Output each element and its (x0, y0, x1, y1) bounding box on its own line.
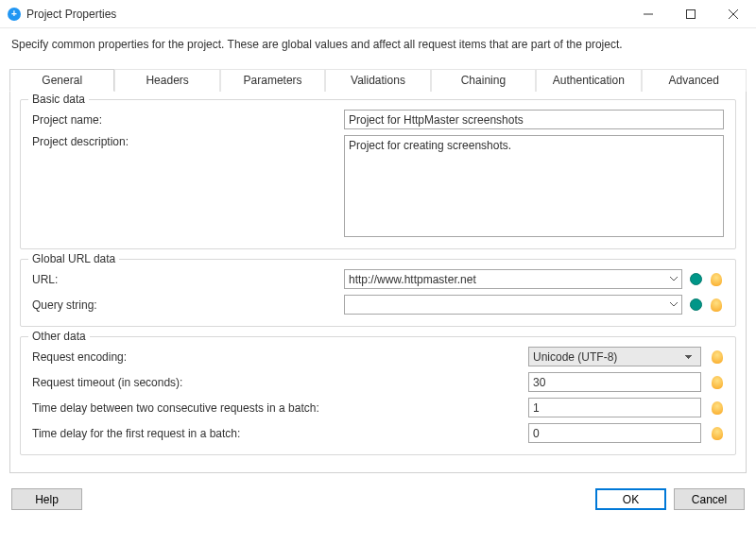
legend-other-data: Other data (28, 330, 90, 343)
label-project-description: Project description: (32, 135, 344, 148)
label-request-timeout: Request timeout (in seconds): (32, 376, 528, 389)
query-string-input[interactable] (344, 295, 682, 315)
tab-general[interactable]: General (9, 69, 114, 92)
fieldset-other-data: Other data Request encoding: Unicode (UT… (20, 336, 736, 455)
bulb-icon (712, 350, 723, 364)
first-delay-hint-button[interactable] (711, 426, 724, 441)
app-icon: + (8, 8, 21, 21)
tab-parameters[interactable]: Parameters (220, 69, 325, 92)
maximize-button[interactable] (669, 0, 712, 28)
tabs: General Headers Parameters Validations C… (9, 69, 747, 92)
url-manage-button[interactable] (688, 272, 703, 287)
batch-delay-input[interactable] (528, 398, 701, 417)
url-hint-button[interactable] (709, 272, 724, 287)
bulb-icon (712, 427, 723, 440)
dialog-buttons: Help OK Cancel (0, 483, 756, 519)
tab-chaining[interactable]: Chaining (431, 69, 536, 92)
tab-authentication[interactable]: Authentication (536, 69, 641, 92)
legend-basic-data: Basic data (28, 93, 89, 106)
tab-content-general: Basic data Project name: Project descrip… (9, 91, 747, 473)
titlebar: + Project Properties (0, 0, 756, 28)
instruction-text: Specify common properties for the projec… (0, 28, 756, 68)
label-request-encoding: Request encoding: (32, 350, 528, 364)
encoding-hint-button[interactable] (711, 349, 724, 365)
tab-advanced[interactable]: Advanced (642, 69, 747, 92)
query-string-manage-button[interactable] (688, 298, 703, 313)
cancel-button[interactable]: Cancel (674, 488, 745, 510)
url-input[interactable] (344, 269, 682, 289)
first-delay-input[interactable] (528, 423, 701, 443)
circle-teal-icon (690, 273, 702, 285)
window-title: Project Properties (26, 8, 116, 21)
label-batch-delay: Time delay between two consecutive reque… (32, 401, 528, 415)
tab-headers[interactable]: Headers (114, 69, 219, 92)
bulb-icon (711, 298, 722, 312)
ok-button[interactable]: OK (595, 488, 666, 510)
svg-rect-1 (686, 9, 695, 18)
request-encoding-select[interactable]: Unicode (UTF-8) (528, 347, 701, 366)
legend-global-url: Global URL data (28, 252, 119, 265)
bulb-icon (712, 401, 723, 415)
label-query-string: Query string: (32, 298, 344, 312)
minimize-button[interactable] (627, 0, 669, 28)
batch-delay-hint-button[interactable] (711, 400, 724, 416)
query-string-dropdown-icon[interactable] (666, 296, 681, 314)
request-timeout-input[interactable] (528, 372, 701, 392)
url-dropdown-icon[interactable] (666, 270, 681, 288)
fieldset-basic-data: Basic data Project name: Project descrip… (20, 99, 736, 249)
close-button[interactable] (712, 0, 754, 28)
project-name-input[interactable] (344, 110, 724, 129)
bulb-icon (711, 273, 722, 286)
project-description-textarea[interactable] (344, 135, 724, 237)
label-project-name: Project name: (32, 113, 344, 127)
query-string-hint-button[interactable] (709, 298, 724, 313)
tab-validations[interactable]: Validations (325, 69, 430, 92)
label-url: URL: (32, 273, 344, 286)
label-first-delay: Time delay for the first request in a ba… (32, 427, 528, 440)
bulb-icon (712, 376, 723, 389)
circle-teal-icon (690, 298, 702, 311)
timeout-hint-button[interactable] (711, 375, 724, 390)
help-button[interactable]: Help (11, 488, 82, 510)
fieldset-global-url-data: Global URL data URL: Query string: (20, 259, 736, 327)
